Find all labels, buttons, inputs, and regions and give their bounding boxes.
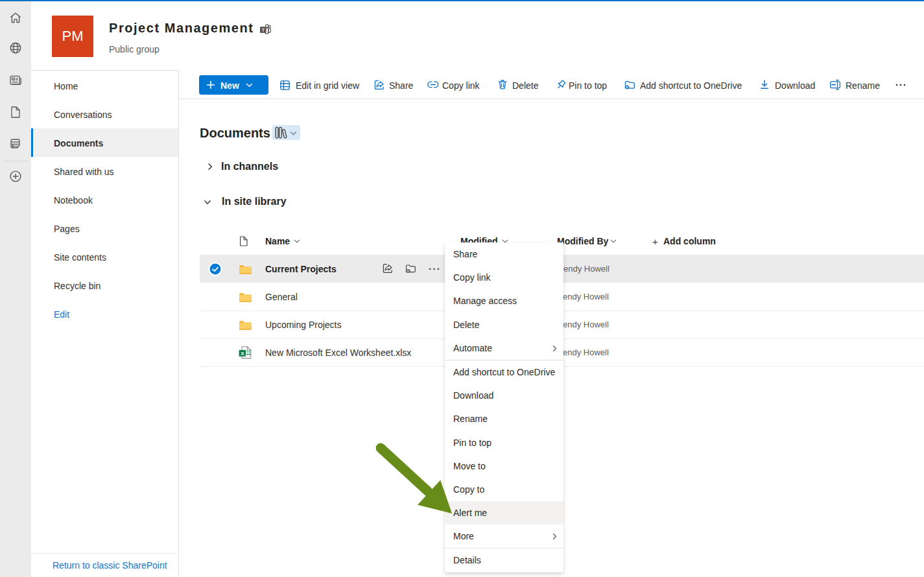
svg-text:T: T [262,27,265,33]
svg-text:X: X [241,351,244,357]
